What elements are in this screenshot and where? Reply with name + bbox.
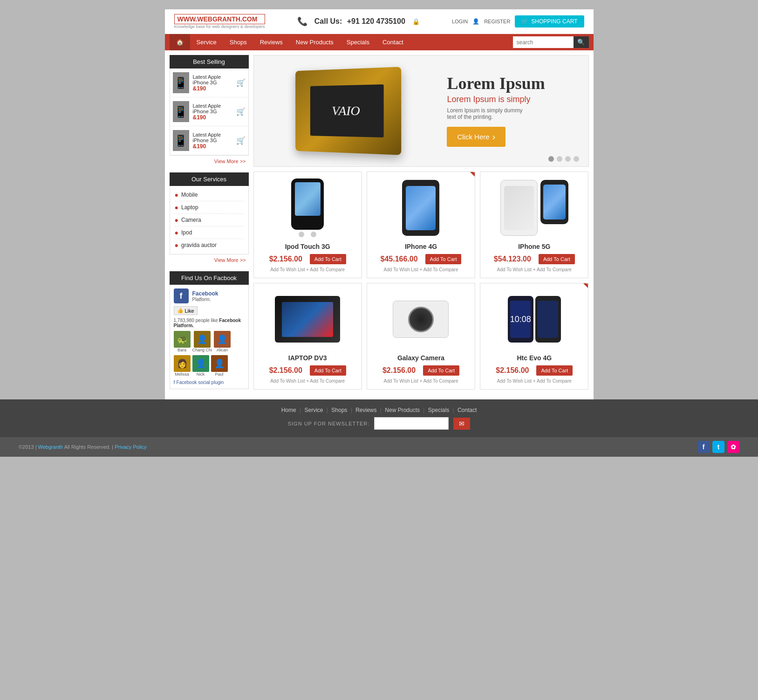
- product-actions: Add To Wish List + Add To Compare: [373, 267, 469, 272]
- service-dot-icon: ●: [175, 241, 178, 249]
- add-to-compare-link[interactable]: + Add To Compare: [533, 378, 572, 384]
- add-to-compare-link[interactable]: + Add To Compare: [533, 267, 572, 272]
- fb-platform-title: Facebook: [192, 290, 219, 297]
- product-price: $54.123.00: [494, 255, 531, 263]
- services-section: Our Services ● Mobile ● Laptop ● Camera: [170, 172, 249, 266]
- best-selling-title: Best Selling: [170, 55, 249, 69]
- product-name: Htc Evo 4G: [486, 354, 582, 362]
- add-to-compare-link[interactable]: + Add To Compare: [306, 267, 345, 272]
- facebook-social-icon[interactable]: f: [697, 441, 710, 453]
- newsletter-label: SIGN UP FOR NEWSLETTER:: [288, 421, 370, 426]
- service-dot-icon: ●: [175, 191, 178, 199]
- twitter-social-icon[interactable]: t: [712, 441, 724, 453]
- newsletter-submit-button[interactable]: ✉: [453, 418, 470, 430]
- footer-new-products[interactable]: New Products: [385, 407, 420, 413]
- new-badge-label: New!: [463, 172, 475, 188]
- add-to-cart-button[interactable]: Add To Cart: [310, 365, 346, 376]
- slider-dot-4[interactable]: [574, 156, 579, 162]
- add-to-wishlist-link[interactable]: Add To Wish List: [497, 378, 532, 384]
- product-card-iphone4: New! IPhone 4G $45.166.00 Add To Cart Ad…: [367, 172, 475, 278]
- add-to-cart-button[interactable]: Add To Cart: [536, 365, 573, 376]
- product-image-laptop: [259, 289, 356, 350]
- product-actions: Add To Wish List + Add To Compare: [486, 267, 582, 272]
- best-item-info: Latest Apple iPhone 3G &190: [193, 103, 232, 121]
- search-button[interactable]: 🔍: [574, 36, 589, 48]
- fb-plugin-link[interactable]: f Facebook social plugin: [174, 379, 245, 385]
- footer-bottom: ©2013 | Webgranth All Rights Reserved. |…: [0, 437, 758, 457]
- nav-item-shops[interactable]: Shops: [223, 34, 253, 50]
- add-to-cart-button[interactable]: Add To Cart: [310, 254, 346, 264]
- footer-service[interactable]: Service: [305, 407, 323, 413]
- fb-like-button[interactable]: 👍 Like: [174, 306, 198, 315]
- service-item-laptop[interactable]: ● Laptop: [175, 201, 244, 214]
- logo: WWW.WEBGRANTH.COM Knowledge base for web…: [174, 14, 265, 29]
- slider-dot-3[interactable]: [565, 156, 571, 162]
- add-to-compare-link[interactable]: + Add To Compare: [420, 378, 458, 384]
- camera-visual: [393, 301, 449, 338]
- add-to-cart-icon[interactable]: 🛒: [236, 78, 246, 87]
- add-to-wishlist-link[interactable]: Add To Wish List: [383, 267, 418, 272]
- service-dot-icon: ●: [175, 229, 178, 236]
- view-more-services[interactable]: View More >>: [170, 254, 249, 266]
- service-item-mobile[interactable]: ● Mobile: [175, 189, 244, 201]
- newsletter-input[interactable]: [374, 417, 449, 430]
- add-to-compare-link[interactable]: + Add To Compare: [306, 378, 345, 384]
- service-item-camera[interactable]: ● Camera: [175, 214, 244, 226]
- product-price: $2.156.00: [382, 366, 416, 375]
- add-to-wishlist-link[interactable]: Add To Wish List: [497, 267, 532, 272]
- nav-home-button[interactable]: 🏠: [170, 34, 190, 50]
- nav-item-service[interactable]: Service: [190, 34, 223, 50]
- logo-text: WWW.WEBGRANTH.COM: [174, 14, 265, 24]
- nav-item-reviews[interactable]: Reviews: [253, 34, 289, 50]
- top-bar: WWW.WEBGRANTH.COM Knowledge base for web…: [165, 9, 594, 34]
- fb-avatars: 🐢 Bara 👤 Chang Chi 👤 Alican: [174, 331, 245, 352]
- footer-specials[interactable]: Specials: [428, 407, 449, 413]
- fb-avatar: 👩: [174, 355, 191, 372]
- slider-dot-2[interactable]: [557, 156, 562, 162]
- facebook-section: Find Us On Facbook f Facebook Platform. …: [170, 271, 249, 389]
- nav-item-new-products[interactable]: New Products: [289, 34, 340, 50]
- login-link[interactable]: LOGIN: [452, 19, 468, 24]
- add-to-cart-icon[interactable]: 🛒: [236, 136, 246, 145]
- search-input[interactable]: [513, 36, 574, 48]
- register-link[interactable]: REGISTER: [484, 19, 510, 24]
- laptop-visual-product: [275, 296, 340, 343]
- flickr-social-icon[interactable]: ✿: [727, 441, 739, 453]
- service-dot-icon: ●: [175, 216, 178, 224]
- add-to-cart-icon[interactable]: 🛒: [236, 107, 246, 116]
- cart-button[interactable]: 🛒 SHOPPING CART: [515, 15, 584, 27]
- add-to-cart-button[interactable]: Add To Cart: [425, 254, 462, 264]
- view-more-best-selling[interactable]: View More >>: [170, 156, 249, 167]
- add-to-wishlist-link[interactable]: Add To Wish List: [383, 378, 418, 384]
- add-to-compare-link[interactable]: + Add To Compare: [420, 267, 458, 272]
- fb-avatar-group: 🐢 Bara: [174, 331, 191, 352]
- best-item-info: Latest Apple iPhone 3G &190: [193, 132, 232, 150]
- fb-platform-subtitle: Platform.: [192, 297, 219, 302]
- footer: Home | Service | Shops | Reviews | New P…: [0, 399, 758, 437]
- best-item-name: Latest Apple iPhone 3G: [193, 103, 232, 114]
- hero-cta-button[interactable]: Click Here ›: [447, 127, 505, 147]
- add-to-cart-button[interactable]: Add To Cart: [539, 254, 575, 264]
- add-to-wishlist-link[interactable]: Add To Wish List: [270, 378, 305, 384]
- footer-home[interactable]: Home: [281, 407, 296, 413]
- add-to-cart-button[interactable]: Add To Cart: [423, 365, 459, 376]
- best-item-info: Latest Apple iPhone 3G &190: [193, 74, 232, 92]
- brand-link[interactable]: Webgranth: [38, 444, 63, 450]
- fb-avatar-group: 👤 Chang Chi: [192, 331, 212, 352]
- fb-avatar: 👤: [192, 355, 209, 372]
- privacy-link[interactable]: Privacy Policy: [115, 444, 146, 450]
- service-item-gravida[interactable]: ● gravida auctor: [175, 239, 244, 251]
- best-item: 📱 Latest Apple iPhone 3G &190 🛒: [170, 126, 248, 155]
- nav-item-contact[interactable]: Contact: [376, 34, 410, 50]
- slider-dot-1[interactable]: [548, 156, 554, 162]
- product-actions: Add To Wish List + Add To Compare: [259, 267, 356, 272]
- footer-shops[interactable]: Shops: [331, 407, 347, 413]
- nav-item-specials[interactable]: Specials: [340, 34, 376, 50]
- add-to-wishlist-link[interactable]: Add To Wish List: [270, 267, 305, 272]
- service-label: Laptop: [181, 204, 198, 211]
- fb-avatar-group: 👤 Paul: [211, 355, 228, 377]
- footer-reviews[interactable]: Reviews: [355, 407, 376, 413]
- service-item-ipod[interactable]: ● Ipod: [175, 226, 244, 239]
- fb-small-icon: f: [174, 379, 175, 385]
- footer-contact[interactable]: Contact: [458, 407, 477, 413]
